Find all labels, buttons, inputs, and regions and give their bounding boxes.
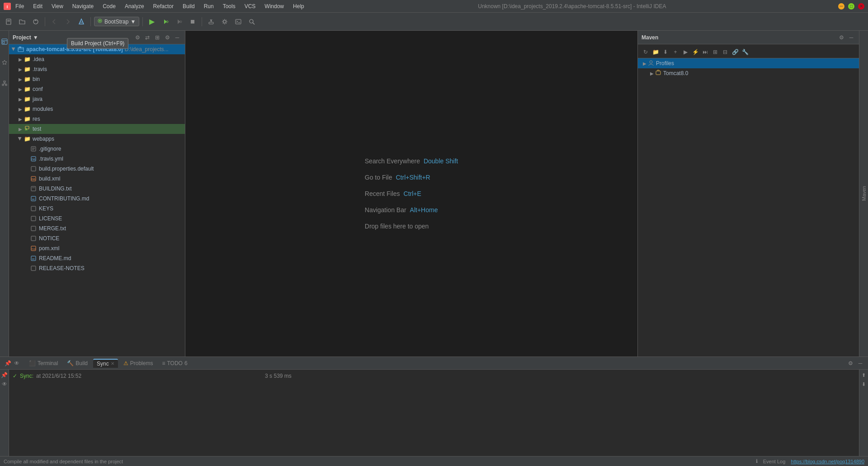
tree-travis[interactable]: ▶ 📁 .travis [9, 64, 185, 74]
goto-label: Go to File [365, 174, 392, 181]
maven-collapse-all[interactable]: ⊟ [721, 48, 729, 56]
maven-wrench-button[interactable]: 🔧 [741, 48, 749, 56]
maven-minimize-button[interactable]: ─ [847, 33, 855, 42]
run-button[interactable]: ▶ [146, 16, 158, 28]
tree-java[interactable]: ▶ 📁 java [9, 94, 185, 104]
menu-vcs[interactable]: VCS [243, 2, 258, 10]
menu-file[interactable]: File [14, 2, 26, 10]
maven-profiles-item[interactable]: ▶ Profiles [638, 58, 859, 68]
menu-code[interactable]: Code [101, 2, 118, 10]
structure-icon[interactable] [1, 74, 8, 92]
maven-download-button[interactable]: ⬇ [661, 48, 670, 56]
maven-skip-button[interactable]: ⏭ [701, 48, 709, 56]
tab-build[interactable]: 🔨 Build [63, 359, 91, 367]
expand-button[interactable]: ⊞ [153, 33, 161, 42]
menu-analyze[interactable]: Analyze [123, 2, 146, 10]
tree-travis-yml[interactable]: ▶ YML .travis.yml [9, 154, 185, 164]
tree-contributing[interactable]: ▶ MD CONTRIBUTING.md [9, 194, 185, 204]
svg-rect-44 [31, 206, 36, 211]
maven-debug-button[interactable]: ⚡ [691, 48, 699, 56]
stop-button[interactable] [187, 16, 198, 28]
tree-idea[interactable]: ▶ 📁 .idea [9, 54, 185, 64]
maven-right-label[interactable]: Maven [861, 186, 867, 201]
tree-bin[interactable]: ▶ 📁 bin [9, 74, 185, 84]
open-button[interactable] [16, 16, 28, 28]
tree-webapps[interactable]: ▶ 📁 webapps [9, 134, 185, 144]
new-file-button[interactable] [3, 16, 14, 28]
bottom-hide-button[interactable]: ─ [856, 359, 864, 367]
tree-gitignore[interactable]: ▶ .gitignore [9, 144, 185, 154]
back-button[interactable] [48, 16, 60, 28]
minimize-button[interactable]: ─ [838, 3, 844, 10]
build-pin-button[interactable]: 📌 [4, 359, 12, 367]
hide-panel-button[interactable]: ─ [173, 33, 181, 42]
bottom-scroll-bottom-icon[interactable]: ⬇ [860, 380, 868, 388]
tree-readme[interactable]: ▶ MD README.md [9, 253, 185, 263]
maven-settings-button[interactable]: ⚙ [837, 33, 845, 42]
menu-help[interactable]: Help [291, 2, 306, 10]
favorites-icon[interactable] [1, 53, 8, 71]
build-hammer-icon: 🔨 [67, 360, 74, 366]
tree-license[interactable]: ▶ LICENSE [9, 214, 185, 223]
build-artifacts-button[interactable] [205, 16, 217, 28]
maven-expand-all[interactable]: ⊞ [711, 48, 719, 56]
forward-button[interactable] [62, 16, 74, 28]
csdn-link[interactable]: https://blog.csdn.net/poq1314890 [791, 459, 864, 464]
debug-button[interactable] [160, 16, 171, 28]
maven-title: Maven [642, 34, 658, 41]
menu-window[interactable]: Window [263, 2, 286, 10]
tree-test[interactable]: ▶ test [9, 124, 185, 134]
maven-reload-button[interactable]: ↻ [642, 48, 650, 56]
tree-keys[interactable]: ▶ KEYS [9, 204, 185, 214]
project-title[interactable]: Project ▼ [13, 34, 38, 41]
maven-run-button[interactable]: ▶ [681, 48, 689, 56]
configure-project-button[interactable]: ⚙ [133, 33, 142, 42]
build-scroll-button[interactable]: 👁 [13, 359, 21, 367]
maximize-button[interactable]: □ [848, 3, 854, 10]
terminal-button[interactable] [232, 16, 244, 28]
run-with-coverage-button[interactable] [173, 16, 185, 28]
sync-eye-icon[interactable]: 👁 [1, 380, 8, 388]
tree-modules[interactable]: ▶ 📁 modules [9, 104, 185, 114]
build-project-button[interactable] [75, 16, 87, 28]
gear-button[interactable]: ⚙ [163, 33, 171, 42]
maven-tomcat-item[interactable]: ▶ Tomcat8.0 [638, 68, 859, 78]
bottom-settings-button[interactable]: ⚙ [846, 359, 854, 367]
tab-problems[interactable]: ⚠ Problems [120, 359, 157, 367]
tree-res[interactable]: ▶ 📁 res [9, 114, 185, 124]
close-button[interactable]: ✕ [858, 3, 864, 10]
project-view-icon[interactable] [1, 33, 8, 51]
maven-link-button[interactable]: 🔗 [731, 48, 739, 56]
tab-terminal[interactable]: ⬛ Terminal [25, 359, 61, 367]
settings-button[interactable] [219, 16, 231, 28]
event-log-label[interactable]: Event Log [763, 459, 786, 464]
tree-release-notes[interactable]: ▶ RELEASE-NOTES [9, 263, 185, 273]
sync-close-button[interactable]: ✕ [111, 361, 114, 366]
tomcat-arrow: ▶ [649, 70, 655, 76]
svg-rect-21 [3, 42, 5, 43]
tab-todo[interactable]: ≡ TODO 6 [158, 359, 191, 367]
menu-build[interactable]: Build [181, 2, 197, 10]
tree-merge[interactable]: ▶ MERGE.txt [9, 223, 185, 233]
sync-pin-icon[interactable]: 📌 [1, 371, 8, 379]
tree-pom-xml[interactable]: ▶ POM pom.xml [9, 243, 185, 253]
search-everywhere-button[interactable] [246, 16, 258, 28]
configuration-dropdown[interactable]: BootStrap ▼ [94, 17, 139, 26]
tab-sync[interactable]: Sync ✕ [93, 359, 118, 368]
sync-button[interactable] [30, 16, 42, 28]
tree-conf[interactable]: ▶ 📁 conf [9, 84, 185, 94]
menu-navigate[interactable]: Navigate [71, 2, 95, 10]
maven-plus-button[interactable]: + [671, 48, 679, 56]
menu-refactor[interactable]: Refactor [151, 2, 175, 10]
menu-edit[interactable]: Edit [31, 2, 44, 10]
tree-build-xml[interactable]: ▶ XML build.xml [9, 174, 185, 184]
sync-project-button[interactable]: ⇄ [143, 33, 151, 42]
bottom-scroll-top-icon[interactable]: ⬆ [860, 371, 868, 379]
menu-view[interactable]: View [50, 2, 65, 10]
menu-tools[interactable]: Tools [221, 2, 237, 10]
maven-add-button[interactable]: 📁 [651, 48, 660, 56]
tree-build-properties[interactable]: ▶ build.properties.default [9, 164, 185, 174]
tree-notice[interactable]: ▶ NOTICE [9, 233, 185, 243]
tree-building-txt[interactable]: ▶ BUILDING.txt [9, 184, 185, 194]
menu-run[interactable]: Run [202, 2, 216, 10]
